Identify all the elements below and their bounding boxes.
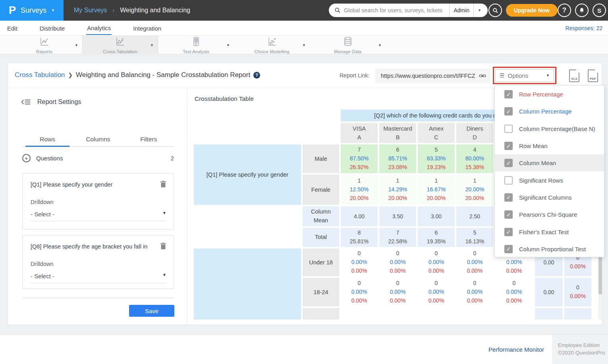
data-cell: 120.00%20.00% (456, 175, 493, 205)
upgrade-now-button[interactable]: Upgrade Now (506, 4, 558, 17)
nav-edit[interactable]: Edit (6, 21, 18, 35)
data-cell: 00.00%0.00% (341, 278, 378, 306)
questionpro-logo-menu[interactable]: P Surveys ▼ (0, 0, 64, 21)
checkbox-unchecked-icon[interactable] (504, 176, 513, 185)
data-cell: 00.00%0.00% (456, 278, 493, 306)
help-icon[interactable]: ? (253, 72, 260, 79)
top-bar: P Surveys ▼ My Surveys › Weighting and B… (0, 0, 608, 21)
toolbar-tab-label: Cross-Tabulation (103, 49, 137, 54)
checkbox-checked-icon[interactable]: ✓ (504, 159, 513, 167)
option-pearson-s-chi-square[interactable]: ✓Pearson's Chi-Square (495, 206, 604, 223)
question-card-q8: [Q8] Please specify the age bracket you … (22, 235, 174, 289)
copyright-label: ©2020 QuestionPro (558, 349, 608, 356)
help-button[interactable]: ? (558, 4, 571, 17)
toolbar-tab-choice-modelling[interactable]: Choice Modelling▼ (234, 36, 310, 54)
add-question-button[interactable]: + (22, 154, 31, 162)
toolbar-tab-text-analysis[interactable]: Text Analysis▼ (158, 36, 234, 54)
checkbox-checked-icon[interactable]: ✓ (504, 193, 513, 202)
option-column-mean[interactable]: ✓Column Mean (495, 154, 604, 171)
data-cell: 685.71%23.08% (379, 144, 416, 173)
column-header-visa: VISAA (341, 123, 378, 143)
options-button[interactable]: ☰ Options ▼ (495, 69, 554, 82)
row-stub-male: Male (303, 144, 339, 173)
data-cell: 00.00%0.00% (456, 248, 493, 276)
checkbox-checked-icon[interactable]: ✓ (504, 245, 513, 253)
breadcrumb-separator-icon: › (113, 7, 115, 13)
nav-integration[interactable]: Integration (132, 21, 162, 35)
chevron-down-icon[interactable]: ▼ (226, 43, 230, 47)
report-url[interactable]: https://www.questionpro.com/t/lFFCZg (381, 73, 475, 79)
checkbox-checked-icon[interactable]: ✓ (504, 107, 513, 116)
global-search[interactable]: Admin ▼ (329, 4, 488, 17)
options-dropdown-menu: ✓Row Percentage✓Column PercentageColumn … (494, 85, 604, 257)
performance-monitor-link[interactable]: Performance Monitor (473, 346, 544, 353)
toolbar-tab-manage-data[interactable]: Manage Data▼ (310, 36, 386, 54)
cross-tabulation-link[interactable]: Cross Tabulation (15, 71, 65, 79)
responses-count: Responses: 22 (566, 25, 602, 31)
chevron-down-icon: ▼ (51, 8, 55, 12)
export-xls-button[interactable]: XLS (569, 69, 579, 82)
collapse-panel-icon[interactable] (21, 98, 31, 106)
save-button[interactable]: Save (129, 305, 174, 317)
checkbox-checked-icon[interactable]: ✓ (504, 210, 513, 219)
chevron-down-icon[interactable]: ▼ (378, 43, 382, 47)
report-header: Cross Tabulation ❯ Weighting and Balanci… (8, 64, 602, 88)
trash-icon[interactable] (160, 243, 166, 250)
chevron-down-icon[interactable]: ▼ (302, 43, 306, 47)
toolbar-tab-cross-tabulation[interactable]: Cross-Tabulation▼ (82, 36, 158, 54)
avatar[interactable]: S (593, 4, 606, 17)
drilldown-select[interactable]: - Select - ▼ (31, 211, 166, 221)
data-cell: 00.00%0.00% (379, 248, 416, 276)
option-significant-columns[interactable]: ✓Significant Columns (495, 189, 604, 206)
checkbox-checked-icon[interactable]: ✓ (504, 142, 513, 150)
chevron-down-icon: ▼ (546, 73, 550, 77)
checkbox-unchecked-icon[interactable] (504, 125, 513, 133)
data-cell: 583.33%19.23% (418, 144, 455, 173)
option-label: Row Mean (519, 143, 548, 149)
tab-filters[interactable]: Filters (124, 134, 174, 146)
option-label: Significant Columns (519, 194, 572, 201)
option-label: Column Percentage (519, 108, 572, 115)
drilldown-label: Drilldown (31, 261, 54, 267)
data-cell: 114.29%20.00% (379, 175, 416, 205)
report-link-box[interactable]: https://www.questionpro.com/t/lFFCZg (375, 69, 490, 83)
data-cell: 116.67%20.00% (418, 175, 455, 205)
checkbox-checked-icon[interactable]: ✓ (504, 90, 513, 98)
search-submit-button[interactable] (488, 4, 502, 17)
drilldown-select[interactable]: - Select - ▼ (31, 273, 166, 283)
report-settings-header[interactable]: Report Settings (21, 98, 81, 106)
tab-rows[interactable]: Rows (22, 134, 73, 146)
chevron-down-icon[interactable]: ▼ (474, 8, 483, 12)
option-row-percentage[interactable]: ✓Row Percentage (495, 86, 604, 103)
data-cell: 00.00%0.00% (418, 248, 455, 276)
checkbox-checked-icon[interactable]: ✓ (504, 228, 513, 236)
chevron-down-icon[interactable]: ▼ (75, 43, 78, 47)
questions-count: 2 (171, 155, 174, 162)
nav-distribute[interactable]: Distribute (39, 21, 66, 35)
option-label: Column Proportional Test (519, 246, 586, 252)
toolbar-tab-label: Text Analysis (183, 49, 209, 54)
chevron-down-icon[interactable]: ▼ (150, 43, 154, 47)
search-input[interactable] (344, 7, 449, 13)
divider (22, 298, 174, 299)
notifications-button[interactable] (575, 4, 589, 17)
option-column-percentage[interactable]: ✓Column Percentage (495, 103, 604, 120)
trash-icon[interactable] (160, 181, 166, 188)
data-cell: 00.00%0.00% (341, 248, 378, 276)
total-cell: 825.81% (341, 228, 378, 247)
option-row-mean[interactable]: ✓Row Mean (495, 137, 604, 154)
edition-panel: Employee Edition ©2020 QuestionPro (552, 335, 608, 364)
export-pdf-button[interactable]: PDF (588, 69, 598, 82)
option-column-percentage-base-n-[interactable]: Column Percentage(Base N) (495, 120, 604, 137)
link-icon[interactable] (479, 72, 486, 80)
option-significant-rows[interactable]: Significant Rows (495, 171, 604, 189)
data-cell: 00.00%0.00% (379, 278, 416, 306)
option-column-proportional-test[interactable]: ✓Column Proportional Test (495, 241, 604, 258)
toolbar-tab-reports[interactable]: Reports▼ (6, 36, 82, 54)
nav-analytics[interactable]: Analytics (86, 21, 112, 35)
option-fisher-s-exact-test[interactable]: ✓Fisher's Exact Test (495, 223, 604, 240)
question-card-q1: [Q1] Please specify your gender Drilldow… (22, 173, 174, 229)
tab-columns[interactable]: Columns (73, 134, 123, 146)
questions-label: Questions (36, 155, 165, 162)
breadcrumb-my-surveys[interactable]: My Surveys (74, 7, 107, 14)
